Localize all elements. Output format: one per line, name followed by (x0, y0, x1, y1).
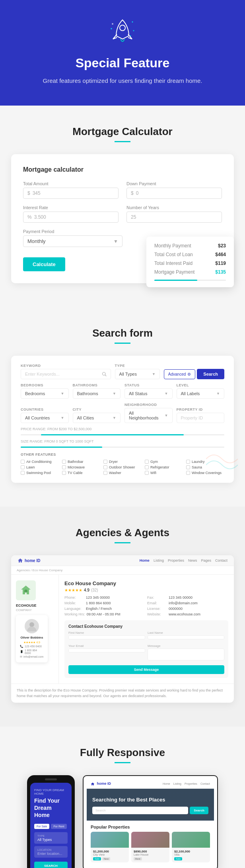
keyword-input[interactable]: Enter Keywords... (21, 369, 111, 379)
phone-name-field[interactable]: LOCATION Enter location... (34, 846, 68, 858)
phone-type-field[interactable]: TYPE All Types (34, 832, 68, 844)
bedrooms-select[interactable]: Bedrooms ▼ (21, 388, 69, 399)
tablet-search-button[interactable]: Search (190, 807, 208, 814)
feature-checkbox[interactable] (145, 465, 149, 469)
nav-listing[interactable]: Listing (154, 558, 164, 562)
feature-checkbox[interactable] (103, 465, 107, 469)
other-features-section: OTHER FEATURES Air Conditioning Bathroba… (21, 453, 224, 475)
city-value: All Cities (77, 415, 94, 420)
contact-title: Contact Ecohouse Company (68, 624, 224, 629)
type-select[interactable]: All Types ▼ (115, 369, 160, 379)
type-value: All Types (119, 372, 137, 376)
price-range-bar[interactable] (21, 434, 224, 435)
agent-rating: ★★★★★ 4.9 (20, 641, 44, 644)
down-payment-input[interactable]: $ 0 (126, 188, 222, 199)
property-id-input[interactable]: Property ID (177, 413, 225, 423)
feature-checkbox[interactable] (62, 460, 66, 464)
feature-label: Gym (150, 460, 158, 464)
send-message-button[interactable]: Send Message (68, 665, 224, 674)
phone-tab-rent[interactable]: For Rent (51, 824, 66, 829)
feature-label: Outdoor Shower (109, 465, 135, 469)
down-payment-value: 0 (136, 190, 139, 196)
bathrooms-select[interactable]: Bathrooms ▼ (73, 388, 121, 399)
phone-label: Phone: (64, 596, 84, 600)
level-select[interactable]: All Labels ▼ (177, 388, 225, 399)
feature-checkbox[interactable] (186, 471, 190, 475)
type-label: TYPE (115, 364, 160, 368)
property-body-2: $890,000 Lake House Rent (131, 848, 169, 862)
feature-checkbox[interactable] (103, 471, 107, 475)
tablet-nav-listing[interactable]: Listing (173, 782, 181, 785)
phone-type-label: TYPE (37, 835, 45, 837)
nav-news[interactable]: News (188, 558, 197, 562)
search-row-3: COUNTRIES All Countries ▼ CITY All Citie… (21, 403, 224, 423)
search-section: Search form KEYWORD Enter Keywords... TY… (0, 307, 245, 507)
nav-contact[interactable]: Contact (215, 558, 228, 562)
company-rating: ★★★★★ 4.9 (32) (64, 588, 228, 592)
email-form-input[interactable] (68, 649, 145, 652)
tablet-search-input[interactable]: Search (92, 807, 188, 814)
contact-fields-grid: First Name Last Name Your Email Mes (68, 631, 224, 663)
chevron-icon: ▼ (152, 372, 156, 376)
language-value: English / French (86, 607, 112, 611)
agent-phone-val: 123 456 6400 (25, 645, 42, 648)
feature-checkbox[interactable] (21, 465, 25, 469)
tablet-nav-contact[interactable]: Contact (200, 782, 210, 785)
agent-mobile: 📱 1 800 864 6000 (20, 649, 44, 654)
feature-bathrobar: Bathrobar (62, 460, 100, 464)
neighborhood-select[interactable]: All Neighborhoods ▼ (124, 408, 173, 423)
tablet-nav-home[interactable]: Home (163, 782, 170, 785)
feature-wifi: Wifi (145, 471, 183, 475)
tablet-device: home ID Home Listing Properties Contact … (83, 775, 218, 868)
email-icon: ✉ (20, 655, 22, 658)
nav-pages[interactable]: Pages (201, 558, 211, 562)
feature-dryer: Dryer (103, 460, 142, 464)
advanced-button[interactable]: Advanced ⚙ (164, 369, 195, 379)
agencies-section: Agencies & Agents home ID Home Listing P… (0, 507, 245, 727)
message-input[interactable] (148, 649, 224, 660)
phone-search-button[interactable]: SEARCH (34, 862, 68, 868)
years-input[interactable]: 25 (126, 212, 222, 223)
feature-checkbox[interactable] (62, 465, 66, 469)
last-name-input[interactable] (148, 635, 224, 639)
calculate-button[interactable]: Calculate (23, 257, 65, 271)
feature-checkbox[interactable] (145, 460, 149, 464)
agency-card: home ID Home Listing Properties News Pag… (11, 555, 234, 703)
keyword-placeholder: Enter Keywords... (25, 372, 60, 376)
total-amount-input[interactable]: $ 345 (23, 188, 119, 199)
feature-checkbox[interactable] (186, 465, 190, 469)
message-label: Message (148, 644, 224, 648)
svg-point-8 (24, 590, 27, 593)
mortgage-payment-row: Mortgage Payment $135 (154, 269, 226, 275)
feature-checkbox[interactable] (62, 471, 66, 475)
phone-tab-sale[interactable]: For Sale (34, 824, 49, 829)
chevron-icon: ▼ (61, 392, 64, 396)
features-grid: Air Conditioning Bathrobar Dryer Gym Lau… (21, 460, 224, 475)
feature-checkbox[interactable] (21, 471, 25, 475)
fax-value: 123 345 00000 (169, 596, 192, 600)
city-select[interactable]: All Cities ▼ (73, 413, 121, 423)
feature-checkbox[interactable] (186, 460, 190, 464)
interest-rate-input[interactable]: % 3.500 (23, 212, 119, 223)
payment-period-select[interactable]: Monthly ▼ (23, 235, 122, 247)
size-range-bar[interactable] (21, 447, 224, 448)
status-select[interactable]: All Status ▼ (124, 388, 173, 399)
agent-email-val: info@email.com (23, 655, 43, 658)
tablet-nav-properties[interactable]: Properties (185, 782, 197, 785)
nav-properties[interactable]: Properties (168, 558, 184, 562)
search-button[interactable]: Search (197, 369, 224, 379)
first-name-input[interactable] (68, 635, 145, 639)
feature-checkbox[interactable] (103, 460, 107, 464)
property-name-3: Villa (174, 853, 208, 856)
feature-checkbox[interactable] (145, 471, 149, 475)
total-amount-label: Total Amount (23, 181, 119, 186)
calc-payment-period-field: Payment Period Monthly ▼ (23, 229, 122, 247)
countries-select[interactable]: All Countries ▼ (21, 413, 69, 423)
tablet-property-1: $1,200,000 City View Sale New (91, 832, 129, 862)
property-tags-3: Sale (174, 857, 208, 860)
tablet-screen: home ID Home Listing Properties Contact … (87, 779, 214, 866)
agent-rating-value: 4.9 (36, 641, 40, 644)
feature-checkbox[interactable] (21, 460, 25, 464)
nav-home[interactable]: Home (140, 558, 150, 562)
email-value: info@domain.com (169, 601, 198, 605)
